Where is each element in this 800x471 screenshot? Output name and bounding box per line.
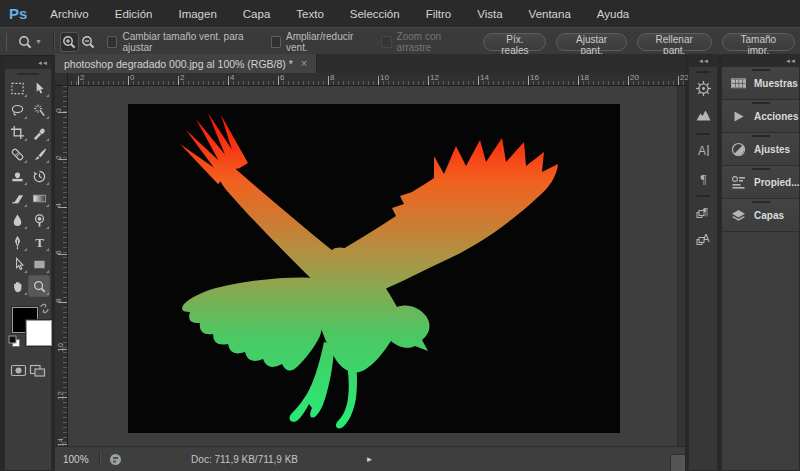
checkbox-icon[interactable] <box>107 36 117 48</box>
panel-icon-navigator[interactable] <box>689 75 717 102</box>
ruler-number: 20 <box>630 73 639 82</box>
move-tool[interactable] <box>28 77 50 99</box>
horizontal-ruler[interactable]: 20246810121416182022 <box>68 73 685 86</box>
menu-edicion[interactable]: Edición <box>102 8 166 20</box>
menu-filtro[interactable]: Filtro <box>413 8 465 20</box>
ruler-number: 8 <box>54 298 63 302</box>
option-button-2[interactable]: Rellenar pant. <box>637 33 712 51</box>
pen-tool[interactable] <box>6 231 28 253</box>
quick-mask-icon[interactable] <box>10 363 27 378</box>
type-tool[interactable]: T <box>28 231 50 253</box>
icon-strip-collapse-button[interactable]: ◄◄ <box>689 55 717 67</box>
zoom-tool[interactable] <box>28 275 50 297</box>
vertical-ruler[interactable]: 02468101214 <box>55 86 68 447</box>
history-icon <box>32 169 47 184</box>
zoom-in-button[interactable] <box>60 32 79 52</box>
screen-mode-icon[interactable] <box>29 363 46 378</box>
background-color-swatch[interactable] <box>26 320 52 346</box>
hand-tool[interactable] <box>6 275 28 297</box>
panel-button-swatches[interactable]: Muestras <box>722 67 799 100</box>
panel-grip[interactable] <box>752 102 770 104</box>
status-menu-arrow-icon[interactable]: ► <box>360 455 380 464</box>
option-button-3[interactable]: Tamaño impr. <box>722 33 795 51</box>
strip-icons: A¶¶A <box>689 71 717 253</box>
spot-healing-brush-tool[interactable] <box>6 143 28 165</box>
document-image[interactable] <box>128 104 620 433</box>
history-brush-tool[interactable] <box>28 165 50 187</box>
panel-button-adjust[interactable]: Ajustes <box>722 133 799 166</box>
option-checkbox-1[interactable]: Ampliar/reducir vent. <box>271 31 364 53</box>
menu-ayuda[interactable]: Ayuda <box>584 8 642 20</box>
properties-icon <box>730 174 747 191</box>
options-buttons: Píx. realesAjustar pant.Rellenar pant.Ta… <box>478 33 800 51</box>
options-bar: ▼ Cambiar tamaño vent. para ajustarAmpli… <box>0 27 800 56</box>
checkbox-icon <box>381 36 391 48</box>
zoom-icon <box>32 279 47 294</box>
panel-group-grip[interactable] <box>696 195 710 197</box>
panel-group-grip[interactable] <box>696 133 710 135</box>
panel-icon-character[interactable]: A <box>689 137 717 164</box>
canvas-area[interactable] <box>68 86 685 447</box>
window-resize-grip[interactable] <box>670 454 685 471</box>
panel-grip[interactable] <box>752 135 770 137</box>
crop-tool[interactable] <box>6 121 28 143</box>
panel-grip[interactable] <box>752 201 770 203</box>
document-tab[interactable]: photoshop degradado 000.jpg al 100% (RGB… <box>55 54 317 73</box>
zoom-out-button[interactable] <box>79 32 98 52</box>
menu-seleccion[interactable]: Selección <box>337 8 413 20</box>
wand-icon <box>32 103 47 118</box>
swap-colors-icon[interactable] <box>38 301 51 314</box>
panel-icon-paragraph-styles[interactable]: ¶ <box>689 199 717 226</box>
clone-stamp-tool[interactable] <box>6 165 28 187</box>
vertical-scrollbar[interactable] <box>677 86 685 447</box>
panel-button-layers[interactable]: Capas <box>722 199 799 232</box>
toolbar-collapse-button[interactable]: ◄◄ <box>5 57 51 69</box>
eyedropper-tool[interactable] <box>28 121 50 143</box>
brush-tool[interactable] <box>28 143 50 165</box>
dodge-tool[interactable] <box>28 209 50 231</box>
healing-icon <box>10 147 25 162</box>
photoshop-window: Ps ArchivoEdiciónImagenCapaTextoSelecció… <box>0 0 800 471</box>
stamp-icon <box>10 169 25 184</box>
option-checkbox-0[interactable]: Cambiar tamaño vent. para ajustar <box>107 31 253 53</box>
separator <box>99 452 101 466</box>
option-checkbox-2: Zoom con arrastre <box>381 31 465 53</box>
panel-button-actions[interactable]: Acciones <box>722 100 799 133</box>
panel-grip[interactable] <box>752 168 770 170</box>
svg-text:T: T <box>35 235 44 250</box>
close-icon[interactable]: × <box>301 58 307 69</box>
panel-button-properties[interactable]: Propied... <box>722 166 799 199</box>
eraser-tool[interactable] <box>6 187 28 209</box>
panel-group-grip[interactable] <box>696 71 710 73</box>
zoom-tool-preset[interactable]: ▼ <box>11 32 48 52</box>
panel-icon-character-styles[interactable]: A <box>689 226 717 253</box>
menu-texto[interactable]: Texto <box>283 8 337 20</box>
shape-tool[interactable] <box>28 253 50 275</box>
gradient-tool[interactable] <box>28 187 50 209</box>
checkbox-icon[interactable] <box>271 36 281 48</box>
zoom-level-field[interactable]: 100% <box>55 454 99 465</box>
panel-grip[interactable] <box>752 69 770 71</box>
toolbar-grip[interactable] <box>17 73 39 75</box>
rectangular-marquee-tool[interactable] <box>6 77 28 99</box>
panel-icon-paragraph[interactable]: ¶ <box>689 164 717 191</box>
menu-ventana[interactable]: Ventana <box>516 8 584 20</box>
ruler-number: 2 <box>54 155 63 159</box>
menu-vista[interactable]: Vista <box>464 8 515 20</box>
gradient-icon <box>32 191 47 206</box>
menu-imagen[interactable]: Imagen <box>165 8 229 20</box>
blur-tool[interactable] <box>6 209 28 231</box>
option-button-0[interactable]: Píx. reales <box>483 33 546 51</box>
panel-icon-histogram[interactable] <box>689 102 717 129</box>
menu-archivo[interactable]: Archivo <box>37 8 101 20</box>
lasso-tool[interactable] <box>6 99 28 121</box>
options-bar-grip[interactable] <box>6 33 7 51</box>
menu-capa[interactable]: Capa <box>230 8 284 20</box>
ruler-number: 0 <box>130 73 134 82</box>
option-button-1[interactable]: Ajustar pant. <box>556 33 626 51</box>
panel-dock-collapse-button[interactable]: ◄◄ <box>722 55 799 67</box>
magic-wand-tool[interactable] <box>28 99 50 121</box>
default-colors-icon[interactable] <box>8 334 21 347</box>
path-selection-tool[interactable] <box>6 253 28 275</box>
options-checkboxes: Cambiar tamaño vent. para ajustarAmpliar… <box>98 31 474 53</box>
